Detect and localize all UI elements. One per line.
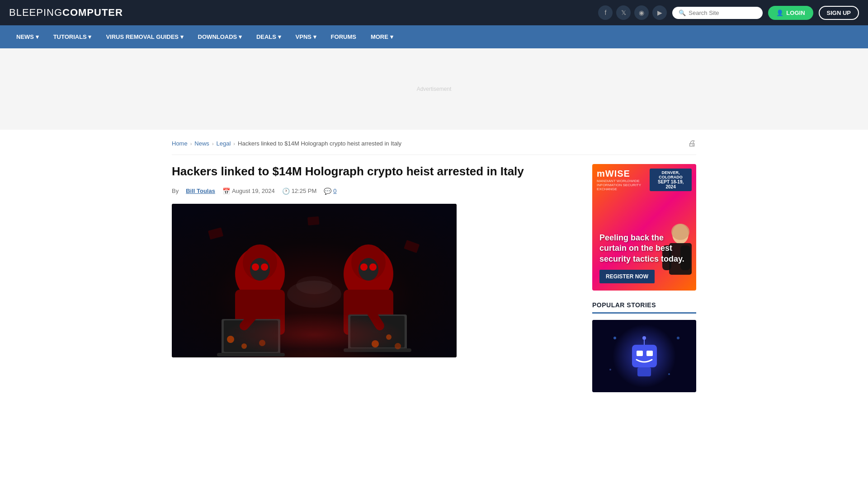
ad-top-badge: mWISE MANDIANT WORLDWIDEINFORMATION SECU…	[597, 169, 692, 191]
svg-point-16	[360, 263, 368, 271]
breadcrumb-current: Hackers linked to $14M Holograph crypto …	[238, 140, 401, 147]
svg-rect-41	[637, 351, 643, 356]
main-nav: NEWS ▾ TUTORIALS ▾ VIRUS REMOVAL GUIDES …	[0, 25, 868, 48]
svg-rect-45	[637, 367, 651, 376]
site-logo[interactable]: BLEEPINGCOMPUTER	[9, 7, 123, 19]
red-glow	[224, 312, 405, 357]
ad-date-badge: DENVER, COLORADO SEPT 18-19, 2024	[650, 169, 692, 191]
search-icon: 🔍	[679, 9, 686, 16]
clock-icon: 🕐	[282, 188, 290, 195]
article-time: 12:25 PM	[292, 188, 317, 194]
popular-story-image[interactable]	[592, 320, 696, 392]
article-meta: By Bill Toulas 📅 August 19, 2024 🕐 12:25…	[172, 188, 579, 195]
nav-vpns[interactable]: VPNS ▾	[288, 25, 324, 48]
article-author[interactable]: Bill Toulas	[186, 188, 215, 194]
article-time-item: 🕐 12:25 PM	[282, 188, 317, 195]
ad-logo: mWISE	[597, 169, 650, 179]
story-illustration	[592, 320, 696, 392]
breadcrumb: Home › News › Legal › Hackers linked to …	[172, 139, 696, 155]
svg-point-17	[369, 263, 377, 271]
article-date-item: 📅 August 19, 2024	[222, 188, 275, 195]
svg-point-48	[609, 369, 611, 371]
popular-stories-title: POPULAR STORIES	[592, 301, 696, 314]
svg-point-32	[296, 276, 332, 294]
facebook-icon[interactable]: f	[598, 5, 613, 20]
main-container: Home › News › Legal › Hackers linked to …	[163, 130, 705, 392]
twitter-icon[interactable]: 𝕏	[616, 5, 631, 20]
content-layout: Hackers linked to $14M Holograph crypto …	[172, 164, 696, 392]
nav-forums[interactable]: FORUMS	[324, 25, 363, 48]
article-comments-item: 💬 0	[324, 188, 336, 195]
breadcrumb-left: Home › News › Legal › Hackers linked to …	[172, 140, 401, 147]
article-image	[172, 204, 457, 357]
nav-tutorials[interactable]: TUTORIALS ▾	[46, 25, 99, 48]
breadcrumb-sep-3: ›	[233, 141, 235, 146]
nav-downloads[interactable]: DOWNLOADS ▾	[191, 25, 249, 48]
calendar-icon: 📅	[222, 188, 230, 195]
ad-headline: Peeling back the curtain on the best sec…	[599, 233, 689, 264]
search-input[interactable]	[689, 9, 756, 16]
article-main: Hackers linked to $14M Holograph crypto …	[172, 164, 579, 392]
search-bar: 🔍	[672, 7, 763, 19]
login-button[interactable]: 👤 LOGIN	[768, 6, 813, 20]
nav-news[interactable]: NEWS ▾	[9, 25, 46, 48]
svg-rect-30	[307, 216, 319, 225]
article-comments[interactable]: 0	[333, 188, 336, 194]
breadcrumb-news[interactable]: News	[194, 140, 209, 147]
comment-icon: 💬	[324, 188, 331, 195]
ad-logo-sub: MANDIANT WORLDWIDEINFORMATION SECURITY E…	[597, 179, 650, 191]
breadcrumb-home[interactable]: Home	[172, 140, 188, 147]
hacker-image-scene	[172, 204, 457, 357]
svg-point-6	[252, 263, 259, 271]
top-ad-banner: Advertisement	[0, 48, 868, 130]
breadcrumb-sep-2: ›	[212, 141, 214, 146]
ad-cta-button[interactable]: REGISTER NOW	[599, 270, 655, 283]
svg-point-49	[677, 337, 679, 339]
header-right: f 𝕏 ◉ ▶ 🔍 👤 LOGIN SIGN UP	[598, 5, 859, 20]
svg-rect-42	[646, 351, 653, 356]
print-icon[interactable]: 🖨	[688, 139, 696, 148]
popular-stories-section: POPULAR STORIES	[592, 301, 696, 392]
nav-more[interactable]: MORE ▾	[363, 25, 401, 48]
nav-deals[interactable]: DEALS ▾	[249, 25, 288, 48]
sidebar-ad-banner: mWISE MANDIANT WORLDWIDEINFORMATION SECU…	[592, 164, 696, 291]
sidebar: mWISE MANDIANT WORLDWIDEINFORMATION SECU…	[592, 164, 696, 392]
svg-point-7	[261, 263, 268, 271]
svg-point-44	[642, 336, 646, 340]
breadcrumb-sep-1: ›	[190, 141, 192, 146]
article-date: August 19, 2024	[232, 188, 275, 194]
nav-virus[interactable]: VIRUS REMOVAL GUIDES ▾	[99, 25, 190, 48]
user-icon: 👤	[776, 9, 783, 16]
breadcrumb-legal[interactable]: Legal	[217, 140, 231, 147]
youtube-icon[interactable]: ▶	[652, 5, 667, 20]
svg-point-47	[668, 373, 670, 375]
by-label: By	[172, 188, 179, 194]
mastodon-icon[interactable]: ◉	[634, 5, 649, 20]
article-title: Hackers linked to $14M Holograph crypto …	[172, 164, 579, 179]
svg-point-46	[613, 337, 616, 339]
site-header: BLEEPINGCOMPUTER f 𝕏 ◉ ▶ 🔍 👤 LOGIN SIGN …	[0, 0, 868, 25]
social-icons-group: f 𝕏 ◉ ▶	[598, 5, 667, 20]
signup-button[interactable]: SIGN UP	[819, 6, 859, 20]
svg-rect-40	[632, 345, 657, 367]
